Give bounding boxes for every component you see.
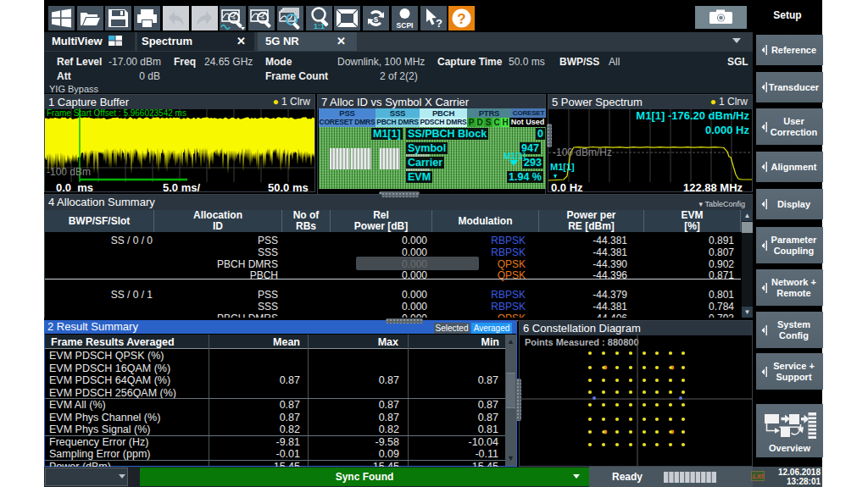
svg-text:SCPI: SCPI <box>397 21 414 30</box>
svg-text:?: ? <box>436 17 442 30</box>
svg-text:-100 dBm/Hz: -100 dBm/Hz <box>553 147 612 158</box>
svg-text:?: ? <box>457 11 465 27</box>
svg-text:Frame Start Offset : 5.9660235: Frame Start Offset : 5.966023542 ms <box>47 108 186 118</box>
svg-text:+: + <box>261 14 265 22</box>
svg-text:1:1: 1:1 <box>314 22 325 30</box>
svg-text:s: s <box>374 14 379 24</box>
svg-text:+: + <box>232 14 236 22</box>
svg-text:+: + <box>290 16 294 24</box>
svg-text:M1[1]: M1[1] <box>550 162 575 172</box>
svg-text:-100 dBm: -100 dBm <box>47 166 91 178</box>
